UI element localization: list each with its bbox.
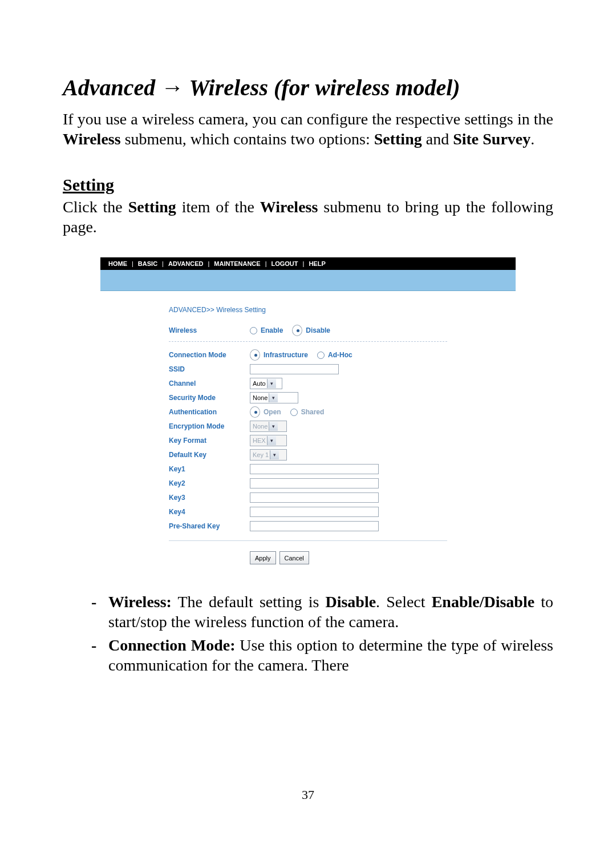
row-authentication: Authentication Open Shared: [169, 406, 447, 418]
nav-help[interactable]: HELP: [309, 260, 325, 267]
nav-logout[interactable]: LOGOUT: [271, 260, 298, 267]
radio-disable-label: Disable: [306, 326, 330, 334]
row-connection-mode: Connection Mode Infrastructure Ad-Hoc: [169, 349, 447, 361]
label-key2: Key2: [169, 479, 250, 487]
radio-shared-label: Shared: [301, 408, 325, 416]
row-encryption-mode: Encryption Mode None ▾: [169, 420, 447, 433]
radio-adhoc-label: Ad-Hoc: [328, 351, 352, 359]
intro-text-3: and: [422, 130, 453, 148]
row-ssid: SSID: [169, 363, 447, 375]
label-security-mode: Security Mode: [169, 394, 250, 402]
authentication-options: Open Shared: [250, 406, 330, 418]
radio-enable[interactable]: [250, 327, 257, 334]
bullet-wireless: Wireless: The default setting is Disable…: [91, 592, 553, 632]
key3-input[interactable]: [250, 492, 379, 503]
default-key-select: Key 1 ▾: [250, 449, 287, 461]
intro-bold-setting: Setting: [374, 130, 422, 148]
label-connection-mode: Connection Mode: [169, 351, 250, 359]
radio-open[interactable]: [250, 406, 260, 418]
nav-advanced[interactable]: ADVANCED: [168, 260, 204, 267]
bullet-wireless-t1: The default setting is: [172, 593, 325, 611]
apply-button[interactable]: Apply: [250, 551, 276, 564]
radio-shared[interactable]: [290, 409, 298, 416]
page-number: 37: [0, 788, 616, 802]
chevron-down-icon: ▾: [270, 450, 279, 459]
page-title: Advanced → Wireless (for wireless model): [63, 74, 553, 101]
section-divider-2: [169, 540, 447, 541]
nav-sep-4: |: [261, 260, 271, 267]
security-mode-select[interactable]: None ▾: [250, 392, 298, 403]
label-channel: Channel: [169, 379, 250, 387]
section-divider-1: [169, 341, 447, 342]
chevron-down-icon: ▾: [267, 379, 276, 388]
setting-heading: Setting: [63, 175, 553, 195]
nav-sep-3: |: [203, 260, 214, 267]
key4-input[interactable]: [250, 507, 379, 517]
wireless-form: Wireless Enable Disable Connection Mode …: [100, 324, 516, 570]
bullet-wireless-b2: Enable/Disable: [432, 593, 534, 611]
default-key-value: Key 1: [253, 451, 270, 458]
label-key1: Key1: [169, 465, 250, 473]
bullet-wireless-lead: Wireless:: [108, 593, 172, 611]
document-page: Advanced → Wireless (for wireless model)…: [0, 0, 616, 848]
key2-input[interactable]: [250, 478, 379, 488]
label-pre-shared-key: Pre-Shared Key: [169, 522, 250, 530]
row-default-key: Default Key Key 1 ▾: [169, 449, 447, 461]
row-key1: Key1: [169, 463, 447, 475]
nav-basic[interactable]: BASIC: [138, 260, 157, 267]
encryption-mode-select: None ▾: [250, 421, 287, 432]
label-wireless: Wireless: [169, 326, 250, 334]
key-format-value: HEX: [253, 437, 267, 444]
label-ssid: SSID: [169, 365, 250, 373]
channel-select[interactable]: Auto ▾: [250, 378, 282, 389]
setting-bold-2: Wireless: [260, 198, 318, 216]
radio-open-label: Open: [264, 408, 281, 416]
encryption-mode-value: None: [253, 423, 269, 430]
bullet-wireless-b1: Disable: [325, 593, 376, 611]
key1-input[interactable]: [250, 464, 379, 474]
nav-home[interactable]: HOME: [108, 260, 127, 267]
label-key-format: Key Format: [169, 437, 250, 445]
setting-text-1: Click the: [63, 198, 128, 216]
label-key4: Key4: [169, 508, 250, 516]
intro-text-4: .: [530, 130, 534, 148]
chevron-down-icon: ▾: [269, 393, 278, 402]
label-encryption-mode: Encryption Mode: [169, 422, 250, 430]
radio-adhoc[interactable]: [317, 352, 325, 359]
security-mode-value: None: [253, 394, 269, 401]
label-authentication: Authentication: [169, 408, 250, 416]
nav-maintenance[interactable]: MAINTENANCE: [214, 260, 260, 267]
label-key3: Key3: [169, 494, 250, 502]
top-navbar: HOME | BASIC | ADVANCED | MAINTENANCE | …: [100, 257, 516, 270]
title-arrow-icon: →: [161, 75, 184, 100]
ssid-input[interactable]: [250, 364, 339, 374]
row-channel: Channel Auto ▾: [169, 377, 447, 390]
radio-disable[interactable]: [292, 325, 302, 336]
radio-infrastructure[interactable]: [250, 349, 260, 361]
setting-text-2: item of the: [176, 198, 260, 216]
bullet-connection-mode: Connection Mode: Use this option to dete…: [91, 635, 553, 675]
radio-infrastructure-label: Infrastructure: [264, 351, 308, 359]
chevron-down-icon: ▾: [267, 436, 276, 445]
nav-sep-2: |: [157, 260, 168, 267]
bullet-list: Wireless: The default setting is Disable…: [63, 592, 553, 675]
intro-paragraph: If you use a wireless camera, you can co…: [63, 109, 553, 149]
intro-text-2: submenu, which contains two options:: [121, 130, 374, 148]
row-security-mode: Security Mode None ▾: [169, 391, 447, 404]
cancel-button[interactable]: Cancel: [279, 551, 309, 564]
wireless-options: Enable Disable: [250, 325, 336, 336]
row-key4: Key4: [169, 506, 447, 518]
row-key2: Key2: [169, 477, 447, 490]
row-key-format: Key Format HEX ▾: [169, 434, 447, 447]
radio-enable-label: Enable: [261, 326, 283, 334]
nav-sep-5: |: [298, 260, 309, 267]
row-key3: Key3: [169, 491, 447, 504]
intro-bold-wireless: Wireless: [63, 130, 121, 148]
blue-banner: [100, 270, 516, 291]
setting-paragraph: Click the Setting item of the Wireless s…: [63, 197, 553, 237]
key-format-select: HEX ▾: [250, 435, 287, 446]
channel-value: Auto: [253, 380, 267, 387]
pre-shared-key-input[interactable]: [250, 521, 379, 531]
chevron-down-icon: ▾: [269, 422, 278, 431]
row-pre-shared-key: Pre-Shared Key: [169, 520, 447, 532]
